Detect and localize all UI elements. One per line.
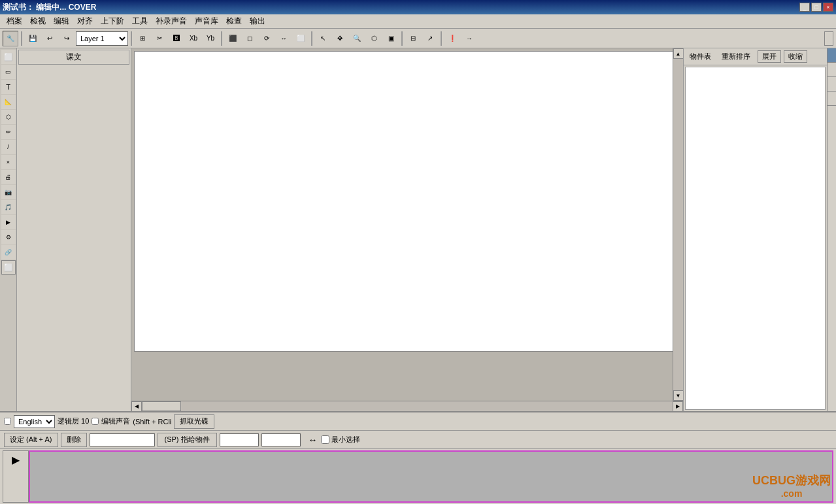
- tool-move-btn[interactable]: ✥: [332, 31, 348, 46]
- english-dropdown[interactable]: English: [14, 415, 55, 428]
- tool-btn-8[interactable]: ⟳: [259, 31, 275, 46]
- tab-reorder[interactable]: 重新排序: [717, 50, 755, 63]
- strip-icon-2[interactable]: [828, 63, 836, 77]
- maximize-button[interactable]: □: [811, 3, 822, 12]
- left-tool-10[interactable]: 📷: [1, 185, 16, 199]
- close-button[interactable]: ×: [823, 3, 833, 12]
- tool-settings-btn[interactable]: 🔧: [3, 31, 18, 46]
- menu-dubbing[interactable]: 补录声音: [152, 14, 191, 28]
- right-panel-tabs: 物件表 重新排序 展开 收缩: [684, 48, 827, 65]
- menu-view[interactable]: 检视: [26, 14, 50, 28]
- strip-icon-1[interactable]: [828, 48, 836, 63]
- tool-redo-btn[interactable]: ↪: [59, 31, 75, 46]
- capture-disc-btn[interactable]: 抓取光碟: [174, 414, 214, 429]
- tab-objects[interactable]: 物件表: [685, 50, 716, 63]
- vertical-scrollbar[interactable]: ▲ ▼: [673, 48, 683, 401]
- toolbar-right-handle[interactable]: [824, 31, 833, 46]
- arrow-left-icon: ↔: [309, 435, 318, 445]
- left-tool-5[interactable]: ⬡: [1, 110, 16, 124]
- vscroll-track[interactable]: [673, 59, 683, 390]
- canvas-scroll[interactable]: [131, 48, 673, 401]
- menu-archives[interactable]: 档案: [3, 14, 26, 28]
- left-toolbar: ⬜ ▭ T 📐 ⬡ ✏ / × 🖨 📷 🎵 ▶ ⚙ 🔗 ⬜: [0, 48, 17, 411]
- canvas-area: ▲ ▼ ◀ ▶: [131, 48, 683, 411]
- english-checkbox[interactable]: [4, 418, 11, 425]
- title-bar-buttons: _ □ ×: [799, 3, 833, 12]
- left-tool-12[interactable]: ▶: [1, 215, 16, 229]
- left-tool-15[interactable]: ⬜: [1, 260, 16, 275]
- left-tool-4[interactable]: 📐: [1, 95, 16, 109]
- tool-btn-3[interactable]: 🅱: [169, 31, 184, 46]
- left-tool-3[interactable]: T: [1, 80, 16, 94]
- menu-check[interactable]: 检查: [222, 14, 246, 28]
- edit-sound-checkbox[interactable]: [92, 418, 99, 425]
- left-tool-13[interactable]: ⚙: [1, 230, 16, 244]
- hscroll-track[interactable]: [142, 401, 673, 411]
- menu-align[interactable]: 对齐: [73, 14, 97, 28]
- name-input[interactable]: [90, 433, 155, 446]
- right-panel-content: [685, 67, 826, 410]
- scene-content: [17, 66, 131, 411]
- collapse-btn[interactable]: 收缩: [784, 50, 807, 63]
- min-select-checkbox[interactable]: [321, 435, 329, 444]
- shortcut-label: (Shift + RCli: [133, 418, 171, 426]
- expand-btn[interactable]: 展开: [758, 50, 781, 63]
- separator-3: [221, 31, 222, 46]
- minimize-button[interactable]: _: [799, 3, 810, 12]
- tool-btn-2[interactable]: ✂: [152, 31, 167, 46]
- menu-output[interactable]: 输出: [246, 14, 269, 28]
- layer-dropdown[interactable]: Layer 1: [76, 31, 128, 46]
- tool-save-btn[interactable]: 💾: [25, 31, 41, 46]
- gp-input-2[interactable]: [261, 433, 301, 446]
- tool-undo-btn[interactable]: ↩: [42, 31, 58, 46]
- left-tool-6[interactable]: ✏: [1, 125, 16, 139]
- timeline-play-btn[interactable]: ▶: [12, 454, 20, 466]
- min-select-area: ↔ 最小选择: [309, 435, 360, 445]
- tool-btn-11[interactable]: ⬡: [366, 31, 382, 46]
- set-btn[interactable]: 设定 (Alt + A): [4, 433, 58, 447]
- menu-soundlib[interactable]: 声音库: [191, 14, 222, 28]
- scroll-left-btn[interactable]: ◀: [131, 401, 142, 412]
- strip-icon-4[interactable]: [828, 92, 836, 106]
- left-tool-9[interactable]: 🖨: [1, 170, 16, 184]
- scroll-down-btn[interactable]: ▼: [673, 390, 684, 401]
- separator-2: [131, 31, 132, 46]
- left-tool-14[interactable]: 🔗: [1, 245, 16, 260]
- left-tool-1[interactable]: ⬜: [1, 50, 16, 64]
- hscroll-thumb[interactable]: [142, 401, 181, 411]
- menu-updown[interactable]: 上下阶: [97, 14, 128, 28]
- scroll-up-btn[interactable]: ▲: [673, 48, 684, 59]
- tool-btn-14[interactable]: ↗: [422, 31, 438, 46]
- scene-panel: 课文: [17, 48, 131, 411]
- tool-cursor-btn[interactable]: ↖: [315, 31, 331, 46]
- left-tool-8[interactable]: ×: [1, 155, 16, 169]
- tool-btn-7[interactable]: ◻: [242, 31, 258, 46]
- tool-btn-6[interactable]: ⬛: [225, 31, 241, 46]
- gp-input[interactable]: [220, 433, 259, 446]
- tool-alert-btn[interactable]: ❗: [444, 31, 460, 46]
- gp-assign-btn[interactable]: (SP) 指给物件: [158, 433, 217, 447]
- tool-zoom-btn[interactable]: 🔍: [349, 31, 365, 46]
- tool-btn-15[interactable]: →: [461, 31, 477, 46]
- tool-btn-5[interactable]: Yb: [203, 31, 218, 46]
- logic-layer-label: 逻辑层 10: [58, 416, 89, 426]
- horizontal-scrollbar[interactable]: ◀ ▶: [131, 401, 683, 411]
- right-panel: 物件表 重新排序 展开 收缩: [683, 48, 827, 411]
- tool-btn-4[interactable]: Xb: [186, 31, 201, 46]
- strip-icon-3[interactable]: [828, 77, 836, 92]
- menu-edit[interactable]: 编辑: [50, 14, 73, 28]
- tool-btn-10[interactable]: ⬜: [293, 31, 309, 46]
- delete-btn[interactable]: 删除: [61, 433, 87, 447]
- left-tool-11[interactable]: 🎵: [1, 200, 16, 214]
- left-tool-2[interactable]: ▭: [1, 65, 16, 79]
- left-tool-7[interactable]: /: [1, 140, 16, 154]
- tool-btn-13[interactable]: ⊟: [405, 31, 421, 46]
- tool-btn-1[interactable]: ⊞: [135, 31, 150, 46]
- canvas-container: ▲ ▼: [131, 48, 683, 401]
- timeline-track[interactable]: [29, 450, 833, 503]
- tool-btn-12[interactable]: ▣: [383, 31, 399, 46]
- scroll-right-btn[interactable]: ▶: [673, 401, 683, 412]
- menu-bar: 档案 检视 编辑 对齐 上下阶 工具 补录声音 声音库 检查 输出: [0, 14, 836, 29]
- menu-tools[interactable]: 工具: [128, 14, 152, 28]
- tool-btn-9[interactable]: ↔: [276, 31, 292, 46]
